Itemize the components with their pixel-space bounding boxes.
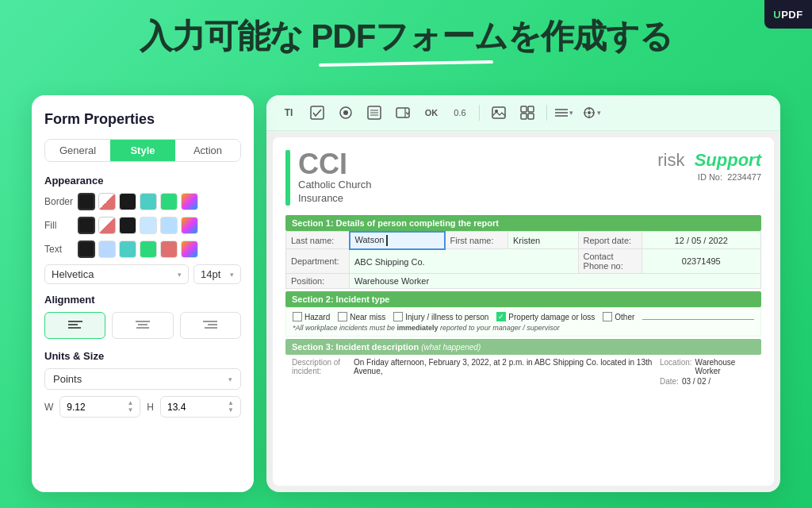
text-swatch-6[interactable] <box>181 241 198 258</box>
fill-swatch-3[interactable] <box>119 217 136 234</box>
document-header: CCI Catholic Church Insurance risk Suppo… <box>285 150 761 206</box>
text-swatch-4[interactable] <box>140 241 157 258</box>
section2-content: Hazard Near miss Injury / illness to per… <box>285 307 761 337</box>
desc-label: Description of incident: <box>292 358 347 386</box>
location-value: Warehouse Worker <box>695 358 755 375</box>
doc-logo: CCI Catholic Church Insurance <box>285 150 372 206</box>
page-title: 入力可能な PDFフォームを作成する <box>0 0 812 59</box>
height-down[interactable]: ▼ <box>228 407 234 414</box>
toolbar-dropdown-icon[interactable] <box>392 102 414 124</box>
text-swatch-3[interactable] <box>119 241 136 258</box>
width-spinner[interactable]: ▲ ▼ <box>127 400 133 414</box>
border-swatch-3[interactable] <box>119 193 136 210</box>
phone-label: Contact Phone no: <box>578 249 642 274</box>
fill-swatch-4[interactable] <box>140 217 157 234</box>
dept-value[interactable]: ABC Shipping Co. <box>350 249 579 274</box>
svg-rect-18 <box>492 107 505 118</box>
note-text: *All workplace incidents must be immedia… <box>293 324 754 332</box>
toolbar-checkbox-icon[interactable] <box>306 102 328 124</box>
width-input[interactable]: 9.12 ▲ ▼ <box>59 396 140 418</box>
width-down[interactable]: ▼ <box>127 407 133 414</box>
alignment-label: Alignment <box>44 294 241 306</box>
cb-property: ✓ Property damage or loss <box>496 312 595 321</box>
tab-style[interactable]: Style <box>110 140 175 161</box>
align-center-icon <box>136 320 150 331</box>
svg-rect-1 <box>68 324 78 325</box>
injury-checkbox[interactable] <box>393 312 403 321</box>
height-input[interactable]: 13.4 ▲ ▼ <box>160 396 241 418</box>
fill-row: Fill <box>44 217 241 234</box>
border-swatch-5[interactable] <box>160 193 178 210</box>
align-center-btn[interactable] <box>112 312 173 339</box>
border-swatch-1[interactable] <box>78 193 95 210</box>
last-name-value[interactable]: Watson <box>350 232 445 249</box>
svg-rect-0 <box>68 321 82 322</box>
border-swatch-4[interactable] <box>140 193 157 210</box>
section1-header: Section 1: Details of person completing … <box>285 215 761 231</box>
phone-value[interactable]: 02371495 <box>642 249 760 274</box>
desc-value: On Friday afternoon, February 3, 2022, a… <box>354 358 653 386</box>
toolbar-textfield-icon[interactable]: TI <box>278 102 300 124</box>
hazard-checkbox[interactable] <box>293 312 302 321</box>
width-up[interactable]: ▲ <box>127 400 133 406</box>
svg-rect-23 <box>528 114 534 119</box>
align-right-btn[interactable] <box>180 312 241 339</box>
table-row: Department: ABC Shipping Co. Contact Pho… <box>286 249 761 274</box>
report-date-label: Report date: <box>578 232 642 249</box>
nearmiss-checkbox[interactable] <box>338 312 347 321</box>
toolbar-radio-icon[interactable] <box>335 102 357 124</box>
fill-swatch-6[interactable] <box>181 217 198 234</box>
fill-label: Fill <box>44 220 73 231</box>
cb-injury: Injury / illness to person <box>393 312 488 321</box>
toolbar-grid-icon[interactable] <box>516 102 538 124</box>
font-size-select[interactable]: 14pt ▾ <box>193 264 241 284</box>
appearance-label: Appearance <box>44 175 241 187</box>
svg-point-11 <box>343 110 348 115</box>
position-value[interactable]: Warehouse Worker <box>350 274 761 289</box>
height-up[interactable]: ▲ <box>228 400 234 406</box>
svg-rect-22 <box>521 114 527 119</box>
location-label: Location: <box>660 358 692 375</box>
doc-brand: risk Support ID No: 2234477 <box>657 150 761 182</box>
svg-rect-7 <box>208 324 217 325</box>
svg-rect-4 <box>138 324 147 325</box>
tab-general[interactable]: General <box>45 140 110 161</box>
report-date-value[interactable]: 12 / 05 / 2022 <box>642 232 760 249</box>
toolbar-button-icon[interactable]: OK <box>420 102 442 124</box>
units-select[interactable]: Points ▾ <box>44 368 241 390</box>
toolbar-signature-icon[interactable]: 0.6 <box>449 102 471 124</box>
text-swatch-2[interactable] <box>98 241 116 258</box>
fill-swatches <box>78 217 198 234</box>
text-swatch-5[interactable] <box>160 241 178 258</box>
table-row: Last name: Watson First name: Kristen Re… <box>286 232 761 249</box>
border-swatch-6[interactable] <box>181 193 198 210</box>
title-underline <box>319 60 493 67</box>
height-spinner[interactable]: ▲ ▼ <box>228 400 234 414</box>
toolbar-image-icon[interactable] <box>488 102 510 124</box>
date-label: Date: <box>660 377 679 386</box>
toolbar-tools-dropdown[interactable]: ▾ <box>583 106 601 119</box>
svg-rect-16 <box>396 108 409 117</box>
toolbar-listbox-icon[interactable] <box>363 102 385 124</box>
toolbar-align-dropdown[interactable]: ▾ <box>555 106 573 119</box>
location-col: Location: Warehouse Worker Date: 03 / 02… <box>660 358 755 386</box>
font-family-select[interactable]: Helvetica ▾ <box>44 264 189 284</box>
text-swatch-1[interactable] <box>78 241 95 258</box>
other-checkbox[interactable] <box>603 312 612 321</box>
alignment-row <box>44 312 241 339</box>
border-swatch-2[interactable] <box>98 193 116 210</box>
property-checkbox[interactable]: ✓ <box>496 312 506 321</box>
tab-bar: General Style Action <box>44 139 241 162</box>
align-left-icon <box>68 320 82 331</box>
align-left-btn[interactable] <box>44 312 105 339</box>
fill-swatch-5[interactable] <box>160 217 178 234</box>
tab-action[interactable]: Action <box>175 140 240 161</box>
first-name-value[interactable]: Kristen <box>508 232 579 249</box>
svg-rect-21 <box>528 106 534 112</box>
checkbox-row: Hazard Near miss Injury / illness to per… <box>293 312 754 321</box>
fill-swatch-1[interactable] <box>78 217 95 234</box>
doc-brand-title: risk Support <box>657 150 761 171</box>
fill-swatch-2[interactable] <box>98 217 116 234</box>
section2-header: Section 2: Incident type <box>285 291 761 307</box>
pdf-toolbar: TI OK 0.6 ▾ <box>266 95 780 131</box>
